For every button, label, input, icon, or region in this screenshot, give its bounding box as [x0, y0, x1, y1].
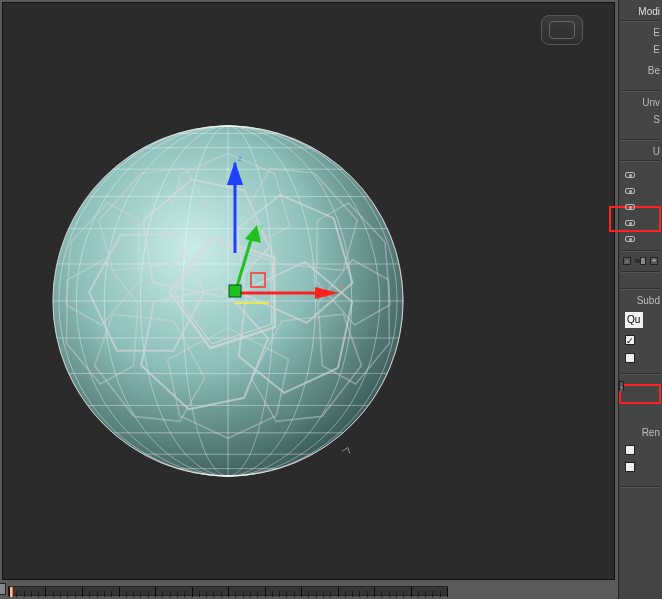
gizmo-z-label: z: [238, 154, 242, 163]
panel-modifier-title: Modi: [619, 6, 662, 17]
highlight-modifier-stack-top: [609, 206, 661, 232]
panel-subd-title: Subd: [619, 295, 662, 306]
panel-field-e1[interactable]: E: [619, 27, 662, 38]
command-panel: Modi E E Be Unv S U - + Subd Qu - Ren: [618, 0, 662, 599]
visibility-eye-icon[interactable]: [625, 220, 635, 226]
stack-row-0[interactable]: [619, 167, 662, 183]
panel-field-s[interactable]: S: [619, 114, 662, 125]
ren-checkbox-2[interactable]: [625, 462, 635, 472]
gizmo-x-label: x: [339, 282, 343, 291]
panel-ren-title: Ren: [619, 427, 662, 438]
visibility-eye-icon[interactable]: [625, 172, 635, 178]
visibility-eye-icon[interactable]: [625, 236, 635, 242]
panel-field-unv[interactable]: Unv: [619, 97, 662, 108]
visibility-eye-icon[interactable]: [625, 188, 635, 194]
panel-field-be[interactable]: Be: [619, 65, 662, 76]
subd-checkbox-2[interactable]: [625, 353, 635, 363]
viewport-object-soccerball[interactable]: z x y: [3, 3, 616, 581]
stack-row-4[interactable]: [619, 231, 662, 247]
timeline-track[interactable]: [8, 586, 448, 596]
svg-rect-7: [229, 285, 241, 297]
subd-checkbox-1[interactable]: [625, 335, 635, 345]
panel-field-e2[interactable]: E: [619, 44, 662, 55]
stack-row-1[interactable]: [619, 183, 662, 199]
stack-minus[interactable]: -: [623, 257, 631, 265]
panel-field-u[interactable]: U: [619, 146, 662, 157]
timeline[interactable]: [2, 584, 615, 597]
visibility-eye-icon[interactable]: [625, 204, 635, 210]
gizmo-y-label: y: [259, 222, 263, 231]
stack-plus[interactable]: +: [650, 257, 658, 265]
rollout-collapse-icon[interactable]: -: [619, 381, 624, 391]
viewport-3d[interactable]: z x y: [2, 2, 615, 580]
timeline-scrub-handle[interactable]: [0, 583, 6, 595]
ren-checkbox-1[interactable]: [625, 445, 635, 455]
subd-type-dropdown[interactable]: Qu: [625, 312, 643, 328]
stack-pin-slider[interactable]: - +: [619, 254, 662, 268]
